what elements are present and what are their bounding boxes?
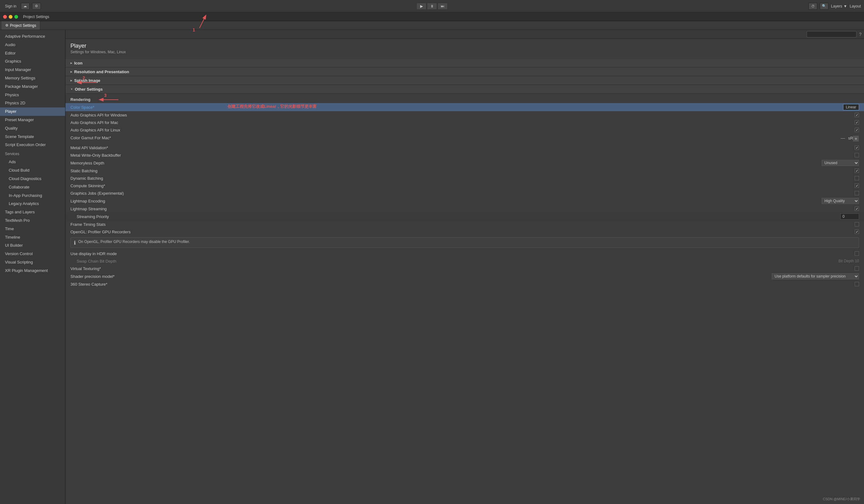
virtual-texturing-label: Virtual Texturing*: [70, 266, 855, 271]
opengl-profiler-value: [855, 230, 859, 234]
opengl-profiler-checkbox[interactable]: [855, 230, 859, 234]
sidebar-item-package-manager[interactable]: Package Manager: [0, 83, 65, 91]
sidebar-item-player[interactable]: Player: [0, 108, 65, 116]
close-button[interactable]: [3, 15, 7, 19]
sidebar-item-tags-and-layers[interactable]: Tags and Layers: [0, 208, 65, 217]
top-bar: Sign in ☁ ⚙ ▶ ⏸ ⏭ ⏱ 🔍 Layers ▼ Layout: [0, 0, 864, 12]
use-hdr-value: [855, 251, 859, 256]
metal-backbuffer-checkbox[interactable]: [855, 153, 859, 157]
section-icon-header[interactable]: ▶ Icon: [65, 59, 864, 67]
sidebar-item-cloud-build[interactable]: Cloud Build: [0, 166, 65, 175]
color-space-label[interactable]: Color Space*: [70, 105, 843, 110]
sidebar-item-audio[interactable]: Audio: [0, 41, 65, 49]
history-icon[interactable]: ⏱: [808, 3, 817, 10]
sidebar-item-ads[interactable]: Ads: [0, 158, 65, 166]
maximize-button[interactable]: [14, 15, 18, 19]
sidebar-item-memory-settings[interactable]: Memory Settings: [0, 74, 65, 83]
auto-graphics-mac-checkbox[interactable]: [855, 120, 859, 125]
dynamic-batching-value: [855, 176, 859, 180]
project-settings-tab[interactable]: ⚙ Project Settings: [2, 21, 40, 29]
sidebar-item-physics-2d[interactable]: Physics 2D: [0, 99, 65, 108]
chevron-right-splash-icon: ▶: [70, 79, 72, 82]
content-area: ? Player Settings for Windows, Mac, Linu…: [65, 30, 864, 504]
sidebar-item-cloud-diagnostics[interactable]: Cloud Diagnostics: [0, 175, 65, 183]
compute-skinning-checkbox[interactable]: [855, 183, 859, 188]
memoryless-row: Memoryless Depth Unused: [65, 159, 864, 167]
minimize-button[interactable]: [9, 15, 12, 19]
shader-precision-select[interactable]: Use platform defaults for sampler precis…: [772, 273, 859, 280]
player-subtitle: Settings for Windows, Mac, Linux: [70, 50, 859, 54]
chevron-right-icon: ▶: [70, 62, 72, 64]
auto-graphics-windows-label: Auto Graphics API for Windows: [70, 113, 855, 118]
player-header: Player Settings for Windows, Mac, Linux: [65, 39, 864, 59]
sidebar-item-script-execution-order[interactable]: Script Execution Order: [0, 141, 65, 149]
auto-graphics-linux-checkbox[interactable]: [855, 128, 859, 132]
frame-timing-label: Frame Timing Stats: [70, 222, 855, 227]
info-icon: ℹ: [74, 240, 76, 246]
use-hdr-checkbox[interactable]: [855, 251, 859, 256]
color-space-input[interactable]: Linear: [843, 104, 859, 110]
virtual-texturing-checkbox[interactable]: [855, 266, 859, 271]
dynamic-batching-checkbox[interactable]: [855, 176, 859, 180]
sidebar-item-editor[interactable]: Editor: [0, 49, 65, 58]
sidebar-item-ui-builder[interactable]: UI Builder: [0, 242, 65, 250]
memoryless-select[interactable]: Unused: [821, 160, 859, 166]
sidebar-item-in-app-purchasing[interactable]: In-App Purchasing: [0, 192, 65, 200]
swap-chain-row: Swap Chain Bit Depth Bit Depth 10: [65, 257, 864, 265]
auto-graphics-mac-row: Auto Graphics API for Mac: [65, 119, 864, 126]
sidebar-item-xr-plugin-management[interactable]: XR Plugin Management: [0, 267, 65, 275]
section-other-header[interactable]: ▼ Other Settings: [65, 85, 864, 94]
sidebar-item-textmesh-pro[interactable]: TextMesh Pro: [0, 217, 65, 225]
sidebar-item-legacy-analytics[interactable]: Legacy Analytics: [0, 200, 65, 208]
streaming-priority-label: Streaming Priority: [77, 214, 840, 219]
lightmap-encoding-select[interactable]: High Quality: [821, 198, 859, 204]
step-button[interactable]: ⏭: [437, 3, 447, 10]
sidebar-item-quality[interactable]: Quality: [0, 124, 65, 133]
frame-timing-checkbox[interactable]: [855, 222, 859, 226]
search-top-icon[interactable]: 🔍: [820, 3, 828, 10]
metal-api-checkbox[interactable]: [855, 146, 859, 150]
play-button[interactable]: ▶: [417, 3, 427, 10]
sidebar-item-visual-scripting[interactable]: Visual Scripting: [0, 258, 65, 267]
opengl-info-box: ℹ On OpenGL, Profiler GPU Recorders may …: [70, 237, 859, 248]
search-input[interactable]: [807, 31, 856, 37]
plus-icon[interactable]: +: [853, 135, 859, 142]
static-batching-checkbox[interactable]: [855, 169, 859, 173]
metal-backbuffer-label: Metal Write-Only Backbuffer: [70, 153, 855, 158]
virtual-texturing-value: [855, 266, 859, 271]
graphics-jobs-checkbox[interactable]: [855, 191, 859, 195]
sidebar-item-scene-template[interactable]: Scene Template: [0, 133, 65, 141]
sign-in-button[interactable]: Sign in: [3, 3, 19, 9]
sidebar-item-timeline[interactable]: Timeline: [0, 233, 65, 242]
sidebar-item-collaborate[interactable]: Collaborate: [0, 183, 65, 192]
frame-timing-row: Frame Timing Stats: [65, 221, 864, 228]
lightmap-streaming-row: Lightmap Streaming: [65, 205, 864, 212]
minus-icon[interactable]: —: [841, 135, 845, 140]
sidebar-item-version-control[interactable]: Version Control: [0, 250, 65, 258]
static-batching-row: Static Batching: [65, 167, 864, 174]
collab-icon[interactable]: ⚙: [32, 3, 41, 10]
auto-graphics-windows-value: [855, 113, 859, 117]
sidebar-item-input-manager[interactable]: Input Manager: [0, 66, 65, 74]
streaming-priority-value: [840, 213, 859, 220]
layers-dropdown[interactable]: Layers ▼: [831, 4, 847, 9]
traffic-lights: [3, 15, 18, 19]
auto-graphics-windows-checkbox[interactable]: [855, 113, 859, 117]
sidebar-item-graphics[interactable]: Graphics: [0, 57, 65, 66]
section-splash-header[interactable]: ▶ Splash Image: [65, 77, 864, 85]
pause-button[interactable]: ⏸: [427, 3, 437, 10]
section-resolution-header[interactable]: ▶ Resolution and Presentation: [65, 68, 864, 76]
sidebar-item-physics[interactable]: Physics: [0, 91, 65, 99]
swap-chain-value: Bit Depth 10: [838, 259, 859, 263]
sidebar-item-preset-manager[interactable]: Preset Manager: [0, 116, 65, 124]
help-icon[interactable]: ?: [859, 32, 862, 37]
opengl-profiler-row: OpenGL: Profiler GPU Recorders: [65, 228, 864, 235]
lightmap-streaming-checkbox[interactable]: [855, 207, 859, 211]
subsection-rendering: Rendering Color Space* Linear 创建工程先将它改成L…: [65, 94, 864, 290]
streaming-priority-input[interactable]: [840, 213, 859, 220]
cloud-icon[interactable]: ☁: [21, 3, 29, 10]
section-other-title: Other Settings: [75, 87, 103, 91]
sidebar-item-adaptive-performance[interactable]: Adaptive Performance: [0, 33, 65, 41]
stereo-capture-checkbox[interactable]: [855, 282, 859, 286]
sidebar-item-time[interactable]: Time: [0, 225, 65, 233]
